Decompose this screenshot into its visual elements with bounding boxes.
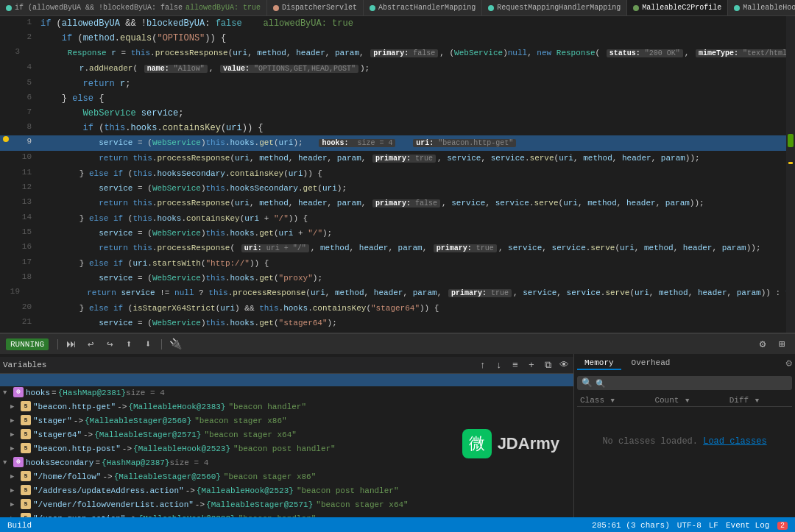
var-name-hook4: "beacon.http-post" <box>33 443 121 455</box>
lf-label[interactable]: LF <box>709 521 718 530</box>
col-count[interactable]: Count ▼ <box>651 394 726 407</box>
var-item-hook1[interactable]: ▶ s "beacon.http-get" -> {MalleableHook@… <box>0 400 573 414</box>
code-line-9: 9 service = (WebService)this.hooks.get(u… <box>0 135 795 151</box>
var-add-btn[interactable]: + <box>525 358 538 372</box>
memory-tab-memory[interactable]: Memory <box>577 357 621 370</box>
tab-label-6: MalleableHook <box>743 4 795 12</box>
tab-2[interactable]: DispatcherServlet <box>267 0 364 16</box>
memory-search-input[interactable] <box>596 379 788 388</box>
memory-tab-overhead[interactable]: Overhead <box>624 357 678 370</box>
toggle-hooks[interactable]: ▼ <box>3 387 13 400</box>
col-class[interactable]: Class ▼ <box>577 394 651 407</box>
debug-disconnect[interactable]: 🔌 <box>168 337 183 352</box>
var-name-hook2: "stager" <box>33 415 72 428</box>
toggle-hook3[interactable]: ▶ <box>10 429 21 441</box>
var-icon-sec2: s <box>21 485 31 495</box>
encoding-label[interactable]: UTF-8 <box>677 521 702 530</box>
logo-text: 微 <box>469 433 485 455</box>
debug-run-to-cursor[interactable]: ⬆ <box>121 337 136 352</box>
var-val-sec2: {MalleableHook@2523} <box>197 485 294 497</box>
memory-empty-text: No classes loaded. Load classes <box>577 436 792 447</box>
var-item-sec2[interactable]: ▶ s "/address/updateAddress.action" -> {… <box>0 484 573 498</box>
var-eq-hook3: -> <box>83 429 93 441</box>
line-num-4: 4 <box>12 62 38 71</box>
debug-step-over[interactable]: ⏭ <box>64 337 79 352</box>
settings-icon[interactable]: ⚙ <box>755 337 770 352</box>
var-down-btn[interactable]: ↓ <box>492 358 506 372</box>
maximize-icon[interactable]: ⊞ <box>774 337 789 352</box>
tab-dot-1 <box>6 5 12 11</box>
var-comment-hook3: "beacon stager x64" <box>204 429 296 441</box>
tab-label-1: if (allowedByUA && !blockedByUA: false <box>15 4 183 12</box>
code-line-13: 13 return this.processResponse(uri, meth… <box>0 196 795 211</box>
var-copy-btn[interactable]: ⧉ <box>541 358 554 372</box>
tab-4[interactable]: RequestMappingHandlerMapping <box>482 0 627 16</box>
tab-3[interactable]: AbstractHandlerMapping <box>364 0 482 16</box>
tab-5[interactable]: MalleableC2Profile <box>627 0 728 16</box>
toggle-sec3[interactable]: ▶ <box>10 499 21 511</box>
diff-sort-icon[interactable]: ▼ <box>755 397 759 405</box>
var-view-btn[interactable]: 👁 <box>557 358 570 372</box>
mem-settings-icon[interactable]: ⚙ <box>786 357 792 370</box>
var-eq-sec4: -> <box>127 513 136 517</box>
toggle-hookssec[interactable]: ▼ <box>3 457 13 469</box>
col-diff[interactable]: Diff ▼ <box>727 394 792 407</box>
status-left: Build <box>7 521 32 530</box>
tab-1[interactable]: if (allowedByUA && !blockedByUA: false a… <box>0 0 267 16</box>
warning-marker <box>788 162 793 164</box>
var-item-sec1[interactable]: ▶ s "/home/follow" -> {MalleableStager@2… <box>0 470 573 484</box>
separator-2 <box>161 339 162 350</box>
count-sort-icon[interactable]: ▼ <box>685 397 689 405</box>
debug-step-into[interactable]: ↩ <box>83 337 98 352</box>
load-classes-link[interactable]: Load classes <box>703 436 766 447</box>
toggle-sec4[interactable]: ▶ <box>10 513 21 517</box>
tab-6[interactable]: MalleableHook <box>728 0 795 16</box>
var-item-sec4[interactable]: ▶ s "/user_quan.action" -> {MalleableHoo… <box>0 512 573 517</box>
line-num-20: 20 <box>12 302 38 311</box>
var-val-hooks: {HashMap@2381} <box>58 387 126 400</box>
event-log-label[interactable]: Event Log 2 <box>726 521 788 530</box>
var-extra-hooks: size = 4 <box>126 387 165 400</box>
tab-label-3: AbstractHandlerMapping <box>378 4 476 12</box>
code-line-2: 2 if (method.equals("OPTIONS")) { <box>0 31 795 46</box>
code-line-3: 3 Response r = this.processResponse(uri,… <box>0 46 795 61</box>
breakpoint-9 <box>3 136 9 142</box>
var-item-sec3[interactable]: ▶ s "/vender/followVenderList.action" ->… <box>0 498 573 512</box>
code-content-4: r.addHeader( name: "Allow", value: "OPTI… <box>38 62 795 76</box>
code-content-1: if (allowedByUA && !blockedByUA: false a… <box>38 17 795 30</box>
scrollbar[interactable] <box>786 16 795 333</box>
var-val-sec3: {MalleableStager@2571} <box>206 499 313 511</box>
tab-dot-3 <box>370 5 375 11</box>
build-label[interactable]: Build <box>7 521 32 530</box>
toggle-sec1[interactable]: ▶ <box>10 471 21 483</box>
code-line-12: 12 service = (WebService)this.hooksSecon… <box>0 181 795 196</box>
var-eq-hook2: -> <box>74 415 83 428</box>
event-log-badge: 2 <box>777 522 788 530</box>
toggle-sec2[interactable]: ▶ <box>10 485 21 497</box>
var-icon-hook4: s <box>21 443 31 453</box>
line-num-7: 7 <box>12 107 38 116</box>
line-num-9: 9 <box>12 136 38 146</box>
toggle-hook4[interactable]: ▶ <box>10 443 21 455</box>
debug-step-out[interactable]: ↪ <box>102 337 117 352</box>
position-label: 285:61 (3 chars) <box>592 521 670 530</box>
code-line-4: 4 r.addHeader( name: "Allow", value: "OP… <box>0 61 795 77</box>
scroll-thumb <box>788 134 794 147</box>
code-editor[interactable]: 1 if (allowedByUA && !blockedByUA: false… <box>0 16 795 333</box>
code-content-6: } else { <box>38 92 795 105</box>
search-icon: 🔍 <box>582 377 593 389</box>
var-val-hook4: {MalleableHook@2523} <box>133 443 230 455</box>
var-item-hooks[interactable]: ▼ ⊕ hooks = {HashMap@2381} size = 4 <box>0 386 573 400</box>
class-sort-icon[interactable]: ▼ <box>611 397 615 405</box>
event-log-text: Event Log <box>726 521 769 530</box>
var-item-hook2[interactable]: ▶ s "stager" -> {MalleableStager@2560} "… <box>0 414 573 428</box>
line-num-21: 21 <box>12 316 38 326</box>
var-up-btn[interactable]: ↑ <box>476 358 490 372</box>
debug-evaluate[interactable]: ⬇ <box>141 337 155 352</box>
line-num-13: 13 <box>12 196 38 206</box>
code-content-2: if (method.equals("OPTIONS")) { <box>38 32 795 45</box>
toggle-hook1[interactable]: ▶ <box>10 401 21 414</box>
code-content-21: service = (WebService)this.hooks.get("st… <box>38 316 795 330</box>
var-filter-btn[interactable]: ≡ <box>509 358 522 372</box>
toggle-hook2[interactable]: ▶ <box>10 415 21 428</box>
